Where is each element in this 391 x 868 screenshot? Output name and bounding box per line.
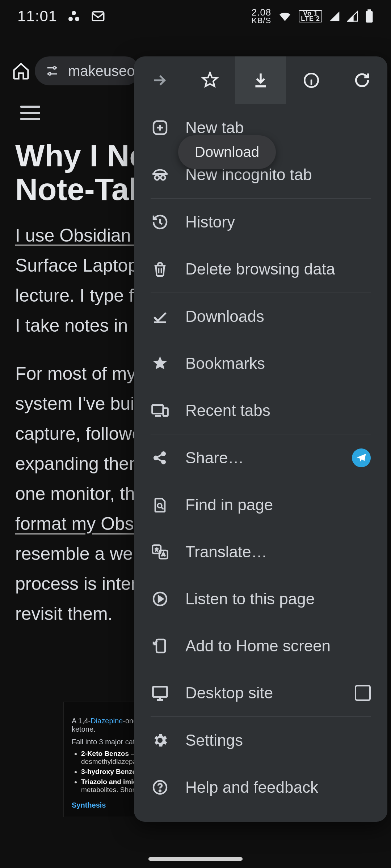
network-speed: 2.08 KB/S (252, 8, 272, 24)
signal-1-icon (329, 10, 340, 22)
telegram-icon[interactable] (352, 448, 371, 467)
page-info-button[interactable] (286, 56, 337, 104)
svg-point-10 (155, 175, 159, 180)
bookmarks-label: Bookmarks (185, 354, 371, 373)
url-bar[interactable]: makeuseo (35, 56, 140, 85)
add-to-home-icon (151, 637, 169, 655)
devices-icon (151, 401, 169, 420)
find-label: Find in page (185, 496, 371, 514)
svg-rect-12 (152, 405, 163, 414)
menu-item-downloads[interactable]: Downloads (134, 293, 387, 340)
menu-item-desktop-site[interactable]: Desktop site (134, 669, 387, 716)
svg-point-7 (49, 73, 51, 75)
battery-icon (365, 9, 374, 23)
share-label: Share… (185, 449, 336, 467)
url-text: makeuseo (68, 63, 135, 79)
help-icon (151, 778, 169, 797)
svg-rect-4 (366, 11, 373, 23)
menu-item-recent-tabs[interactable]: Recent tabs (134, 387, 387, 434)
add-home-label: Add to Home screen (185, 637, 371, 655)
new-tab-label: New tab (185, 119, 371, 137)
delete-data-label: Delete browsing data (185, 260, 371, 278)
history-icon (151, 213, 169, 231)
svg-point-0 (72, 11, 76, 15)
svg-rect-13 (163, 408, 168, 416)
overflow-menu: New tab New incognito tab History Delete… (134, 56, 387, 822)
svg-point-15 (162, 452, 165, 455)
recent-tabs-label: Recent tabs (185, 401, 371, 420)
svg-rect-21 (156, 639, 165, 652)
site-tune-icon (45, 64, 59, 78)
navigation-gesture-bar[interactable] (148, 857, 243, 861)
status-clock: 11:01 (17, 8, 57, 25)
home-button[interactable] (7, 57, 35, 85)
history-label: History (185, 213, 371, 231)
menu-item-find-in-page[interactable]: Find in page (134, 481, 387, 528)
menu-item-translate[interactable]: Translate… (134, 528, 387, 575)
menu-item-help[interactable]: Help and feedback (134, 764, 387, 811)
svg-rect-5 (367, 9, 371, 11)
signal-2-icon (347, 10, 358, 22)
share-icon (151, 448, 169, 467)
lte-badge: Vo 1 LTE 2 (299, 10, 322, 23)
forward-button[interactable] (134, 56, 185, 104)
svg-rect-3 (92, 12, 104, 21)
svg-point-1 (68, 17, 73, 21)
menu-item-listen[interactable]: Listen to this page (134, 575, 387, 622)
gmail-icon (91, 9, 106, 24)
wifi-icon (278, 9, 292, 24)
desktop-icon (151, 684, 169, 702)
desktop-label: Desktop site (185, 684, 339, 702)
svg-point-11 (161, 175, 165, 180)
menu-item-settings[interactable]: Settings (134, 717, 387, 764)
svg-point-17 (157, 503, 162, 508)
gear-icon (151, 731, 169, 750)
plus-box-icon (151, 118, 169, 137)
menu-item-share[interactable]: Share… (134, 434, 387, 481)
svg-point-14 (154, 456, 157, 460)
svg-rect-22 (153, 687, 167, 697)
check-icon (151, 307, 169, 326)
desktop-site-checkbox[interactable] (355, 685, 371, 701)
svg-point-24 (159, 790, 161, 792)
svg-point-16 (162, 460, 165, 464)
downloads-label: Downloads (185, 307, 371, 326)
incognito-icon (151, 165, 169, 184)
hamburger-icon[interactable] (20, 106, 40, 120)
translate-icon (151, 542, 169, 561)
download-button[interactable] (235, 56, 286, 104)
trash-icon (151, 260, 169, 278)
listen-label: Listen to this page (185, 590, 371, 608)
translate-label: Translate… (185, 543, 371, 561)
app-indicator-icon (67, 10, 80, 23)
menu-item-history[interactable]: History (134, 199, 387, 246)
download-tooltip: Download (178, 135, 276, 169)
svg-point-6 (53, 67, 56, 69)
settings-label: Settings (185, 731, 371, 749)
play-circle-icon (151, 590, 169, 608)
reload-button[interactable] (337, 56, 387, 104)
status-bar: 11:01 2.08 KB/S Vo 1 LTE 2 (0, 0, 391, 33)
menu-item-add-to-home[interactable]: Add to Home screen (134, 622, 387, 669)
svg-point-2 (75, 17, 79, 21)
menu-icon-row (134, 56, 387, 104)
bookmark-button[interactable] (185, 56, 235, 104)
star-icon (151, 354, 169, 373)
menu-item-delete-data[interactable]: Delete browsing data (134, 246, 387, 293)
help-label: Help and feedback (185, 778, 371, 796)
menu-item-bookmarks[interactable]: Bookmarks (134, 340, 387, 387)
find-in-page-icon (151, 495, 169, 514)
